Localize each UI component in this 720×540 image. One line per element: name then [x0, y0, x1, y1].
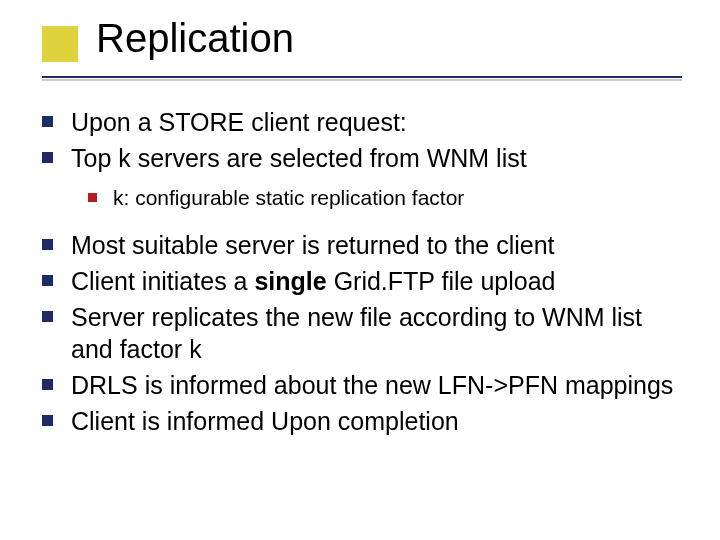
- bullet-text-bold: single: [254, 267, 326, 295]
- bullet-text-post: Grid.FTP file upload: [327, 267, 556, 295]
- bullet-text: DRLS is informed about the new LFN->PFN …: [71, 369, 673, 401]
- square-bullet-icon: [42, 379, 53, 390]
- sub-bullet-item: k: configurable static replication facto…: [88, 184, 690, 211]
- bullet-item: Most suitable server is returned to the …: [42, 229, 690, 261]
- bullet-text-pre: Client initiates a: [71, 267, 254, 295]
- bullet-item: Top k servers are selected from WNM list: [42, 142, 690, 174]
- sub-bullet-text: k: configurable static replication facto…: [113, 184, 464, 211]
- slide-title: Replication: [96, 16, 294, 61]
- bullet-text: Client is informed Upon completion: [71, 405, 459, 437]
- bullet-text: Upon a STORE client request:: [71, 106, 407, 138]
- bullet-item: Server replicates the new file according…: [42, 301, 690, 365]
- square-bullet-icon: [42, 415, 53, 426]
- bullet-item: Client initiates a single Grid.FTP file …: [42, 265, 690, 297]
- slide: Replication Upon a STORE client request:…: [0, 0, 720, 540]
- title-accent-square: [42, 26, 78, 62]
- bullet-text: Most suitable server is returned to the …: [71, 229, 555, 261]
- bullet-text: Top k servers are selected from WNM list: [71, 142, 527, 174]
- square-bullet-icon: [42, 275, 53, 286]
- bullet-text: Client initiates a single Grid.FTP file …: [71, 265, 556, 297]
- square-bullet-icon: [42, 152, 53, 163]
- bullet-item: DRLS is informed about the new LFN->PFN …: [42, 369, 690, 401]
- bullet-text: Server replicates the new file according…: [71, 301, 690, 365]
- square-bullet-icon: [88, 193, 97, 202]
- square-bullet-icon: [42, 311, 53, 322]
- square-bullet-icon: [42, 116, 53, 127]
- title-underline: [42, 76, 682, 78]
- title-underline-shadow: [42, 79, 682, 81]
- bullet-item: Client is informed Upon completion: [42, 405, 690, 437]
- square-bullet-icon: [42, 239, 53, 250]
- bullet-item: Upon a STORE client request:: [42, 106, 690, 138]
- slide-body: Upon a STORE client request: Top k serve…: [42, 106, 690, 441]
